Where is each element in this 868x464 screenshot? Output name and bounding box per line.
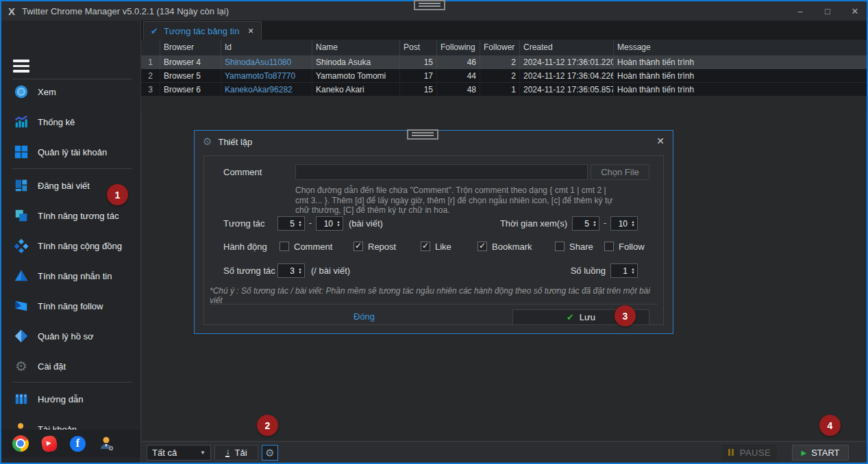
interaction-min-spinner[interactable]: 5 — [277, 216, 305, 231]
view-time-min-spinner[interactable]: 5 — [572, 216, 599, 231]
flag-icon — [14, 298, 29, 313]
close-button[interactable]: ✕ — [849, 6, 861, 16]
table-row[interactable]: 1 Browser 4 ShinodaAsu11080 Shinoda Asuk… — [141, 55, 867, 69]
checkbox-follow[interactable]: Follow — [604, 241, 645, 252]
windows-icon — [14, 144, 29, 159]
spinner-arrows-icon[interactable] — [629, 220, 637, 227]
comment-file-input[interactable] — [295, 164, 588, 180]
checkbox-share[interactable]: Share — [555, 241, 593, 252]
chrome-icon[interactable] — [12, 435, 29, 452]
interaction-max-spinner[interactable]: 10 — [316, 216, 343, 231]
dialog-close-icon[interactable]: ✕ — [656, 136, 665, 146]
gear-icon: ⚙ — [14, 359, 29, 374]
check-icon: ✔ — [567, 312, 574, 322]
spinner-arrows-icon[interactable] — [591, 220, 599, 227]
youtube-shorts-icon[interactable] — [41, 435, 58, 453]
cell-follower: 2 — [480, 55, 520, 69]
sidebar-item-quan-ly-ho-so[interactable]: Quản lý hồ sơ — [1, 324, 140, 348]
kodi-icon — [14, 238, 29, 253]
cell-id-link[interactable]: ShinodaAsu11080 — [225, 57, 291, 67]
facebook-icon[interactable]: f — [70, 436, 86, 452]
window-drag-handle[interactable] — [414, 0, 445, 10]
sidebar-item-huong-dan[interactable]: Hướng dẫn — [1, 387, 140, 411]
cell-following: 48 — [437, 83, 480, 96]
spinner-arrows-icon[interactable] — [296, 268, 304, 274]
tab-close-icon[interactable]: ✕ — [247, 27, 253, 36]
download-icon: ↓ — [225, 448, 230, 457]
table-row[interactable]: 2 Browser 5 YamamotoTo87770 Yamamoto Tom… — [141, 69, 867, 83]
column-header-following[interactable]: Following — [437, 40, 480, 55]
count-spinner[interactable]: 3 — [277, 263, 305, 278]
settings-gear-button[interactable]: ⚙ — [262, 445, 278, 461]
threads-spinner[interactable]: 1 — [610, 263, 638, 278]
sidebar-item-tinh-nang-cong-dong[interactable]: Tính năng cộng đồng — [1, 233, 140, 258]
row-number: 3 — [141, 83, 160, 96]
menu-toggle-icon[interactable] — [13, 60, 29, 73]
cell-post: 17 — [400, 69, 437, 82]
sidebar-footer: f — [1, 430, 140, 457]
checkbox-comment[interactable]: Comment — [280, 241, 332, 252]
checkbox-icon[interactable] — [604, 242, 614, 251]
tab-tuong-tac-bang-tin[interactable]: ✔ Tương tác bảng tin ✕ — [143, 21, 262, 40]
cell-id-link[interactable]: YamamotoTo87770 — [225, 71, 295, 81]
view-time-max-spinner[interactable]: 10 — [610, 216, 638, 231]
checkbox-icon[interactable] — [354, 242, 363, 251]
column-header-id[interactable]: Id — [221, 40, 312, 55]
column-header-name[interactable]: Name — [312, 40, 400, 55]
table-row[interactable]: 3 Browser 6 KanekoAkar96282 Kaneko Akari… — [141, 83, 867, 96]
checkbox-label: Bookmark — [492, 242, 532, 252]
sidebar-item-quan-ly-tai-khoan[interactable]: Quản lý tài khoản — [1, 140, 140, 164]
sidebar-item-tinh-nang-tuong-tac[interactable]: Tính năng tương tác — [1, 203, 140, 228]
checkbox-like[interactable]: Like — [421, 241, 451, 252]
spinner-arrows-icon[interactable] — [296, 220, 304, 227]
column-header-created[interactable]: Created — [520, 40, 614, 55]
sidebar-item-cai-dat[interactable]: ⚙ Cài đặt — [1, 354, 140, 378]
pause-button-label: PAUSE — [740, 448, 771, 458]
checkbox-repost[interactable]: Repost — [354, 241, 396, 252]
interaction-unit: (bài viết) — [349, 218, 383, 229]
column-header-follower[interactable]: Follower — [480, 40, 520, 55]
cell-browser: Browser 5 — [160, 69, 221, 82]
spinner-value: 3 — [278, 266, 296, 276]
column-header-browser[interactable]: Browser — [160, 40, 221, 55]
sidebar-item-tinh-nang-follow[interactable]: Tính năng follow — [1, 294, 140, 318]
settings-dialog: ⚙ Thiết lập ✕ Comment Chọn File Chọn đườ… — [194, 130, 673, 334]
sidebar-item-label: Tính năng nhắn tin — [38, 271, 112, 281]
column-header-message[interactable]: Message — [614, 40, 867, 55]
dialog-body: Comment Chọn File Chọn đường dẫn đến fil… — [203, 155, 664, 325]
filter-dropdown[interactable]: Tất cả ▼ — [147, 445, 211, 461]
cell-message: Hoàn thành tiến trình — [614, 55, 867, 69]
cell-name: Kaneko Akari — [312, 83, 400, 96]
account-settings-icon[interactable] — [99, 435, 115, 452]
spinner-arrows-icon[interactable] — [334, 220, 343, 227]
range-dash: - — [604, 218, 606, 228]
cell-id-link[interactable]: KanekoAkar96282 — [225, 85, 293, 94]
checkbox-icon[interactable] — [280, 242, 289, 251]
x-logo-icon: X — [8, 5, 22, 17]
choose-file-button[interactable]: Chọn File — [591, 164, 649, 180]
column-header-num[interactable] — [141, 40, 160, 55]
maximize-button[interactable]: □ — [821, 6, 834, 16]
start-button[interactable]: ▶ START — [792, 445, 849, 461]
dialog-drag-handle[interactable] — [407, 129, 438, 140]
cell-browser: Browser 6 — [160, 83, 221, 96]
checkbox-label: Like — [435, 242, 451, 252]
load-button[interactable]: ↓ Tải — [214, 445, 258, 461]
note-text: *Chú ý : Số tương tác / bài viết: Phần m… — [210, 286, 663, 305]
checkbox-icon[interactable] — [478, 242, 487, 251]
sidebar-item-thong-ke[interactable]: Thống kê — [1, 109, 140, 134]
facebook-f-glyph: f — [76, 437, 79, 450]
checkbox-label: Share — [569, 242, 593, 252]
checkbox-bookmark[interactable]: Bookmark — [478, 241, 532, 252]
column-header-post[interactable]: Post — [400, 40, 437, 55]
start-button-label: START — [811, 448, 839, 458]
pause-button[interactable]: PAUSE — [722, 445, 777, 461]
spinner-arrows-icon[interactable] — [629, 268, 637, 274]
checkbox-icon[interactable] — [555, 242, 565, 251]
checkbox-icon[interactable] — [421, 242, 430, 251]
sidebar-item-xem[interactable]: Xem — [1, 79, 140, 104]
minimize-button[interactable]: – — [794, 6, 806, 16]
dialog-close-link[interactable]: Đóng — [354, 311, 375, 322]
sidebar-item-tinh-nang-nhan-tin[interactable]: Tính năng nhắn tin — [1, 263, 140, 288]
save-button-label: Lưu — [580, 312, 595, 322]
